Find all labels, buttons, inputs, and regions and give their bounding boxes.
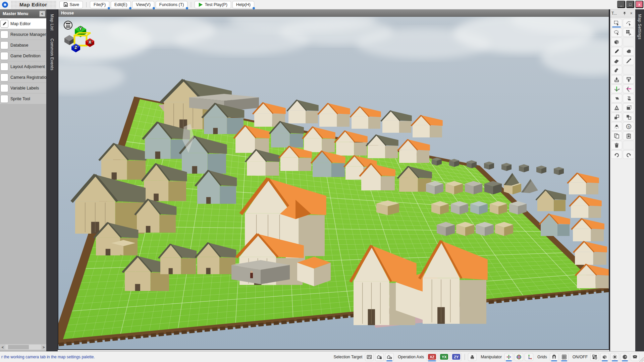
redo-tool[interactable]	[611, 150, 622, 159]
sidebar-item-variable-labels[interactable]: Variable Labels	[0, 83, 46, 93]
scrollbar-track[interactable]	[5, 345, 41, 350]
light-tool[interactable]	[611, 122, 622, 131]
effect-toggle-button[interactable]	[621, 353, 629, 361]
eraser-icon	[614, 58, 620, 64]
sidebar-item-sprite-tool[interactable]: Sprite Tool	[0, 94, 46, 104]
menu-button-3[interactable]: Functions (T)	[156, 1, 188, 8]
close-button[interactable]: x	[635, 1, 643, 8]
select-lasso-tool[interactable]	[611, 28, 622, 37]
selection-target-label: Selection Target	[333, 355, 362, 359]
ramp-tool[interactable]	[611, 103, 622, 112]
monster-toggle-button[interactable]	[631, 353, 639, 361]
squares-panel-icon	[592, 354, 597, 360]
vertical-tab-common-events[interactable]: Common Events	[50, 35, 54, 74]
eraser-tool[interactable]	[611, 56, 622, 65]
scene-3d-view[interactable]: YXZ	[58, 17, 609, 349]
eyedropper-tool[interactable]	[623, 56, 634, 65]
sidebar-item-map-editor[interactable]: Map Editor	[0, 18, 46, 29]
map-tab-house[interactable]: House	[58, 9, 609, 17]
resource-icon	[2, 32, 7, 37]
select-polyline-tool[interactable]	[623, 19, 634, 27]
select-rect-tool[interactable]	[611, 19, 622, 27]
panels-toggle-button[interactable]	[590, 353, 599, 361]
bring-front-tool[interactable]	[611, 113, 622, 121]
axis-button-zy[interactable]: ZY	[451, 353, 462, 361]
test-play-button[interactable]: Test Play(P)	[195, 1, 231, 8]
undo-tool[interactable]	[623, 150, 634, 159]
target-terrain-button[interactable]	[365, 353, 374, 361]
lighting-toggle-button[interactable]	[610, 353, 619, 361]
scale-manipulator-button[interactable]	[525, 353, 533, 361]
stamp-mode-button[interactable]	[468, 353, 477, 361]
collapse-sidebar-button[interactable]: <	[39, 11, 45, 17]
start-point-tool[interactable]: S	[623, 122, 634, 131]
delete-tool[interactable]	[611, 141, 622, 149]
grid-toggle-button[interactable]	[560, 353, 569, 361]
menu-button-1[interactable]: Edit(E)	[111, 1, 131, 8]
pin-icon[interactable]	[622, 11, 627, 16]
slab-stack-tool[interactable]	[623, 94, 634, 103]
save-button[interactable]: Save	[59, 1, 83, 8]
vertical-tab-map-list[interactable]: Map List	[50, 11, 54, 34]
snap-magnet-button[interactable]	[550, 353, 558, 361]
sidebar-item-camera-registration[interactable]: Camera Registration	[0, 72, 46, 82]
slab-tool[interactable]	[611, 94, 622, 103]
menu-button-0[interactable]: File(F)	[90, 1, 109, 8]
rotate-x-tool[interactable]	[623, 84, 634, 93]
s-coin-icon: S	[626, 124, 632, 129]
rotate-manipulator-button[interactable]	[515, 353, 523, 361]
scrollbar-thumb[interactable]	[8, 345, 29, 349]
spacer-3	[623, 141, 634, 149]
axis-button-xz[interactable]: XZ	[427, 353, 437, 361]
select-box-icon	[614, 39, 620, 45]
svg-text:S: S	[628, 124, 630, 128]
blank-icon	[626, 67, 632, 73]
monster-icon	[632, 354, 638, 360]
pen-tool[interactable]	[611, 47, 622, 56]
light-icon	[614, 124, 620, 129]
svg-text:Z: Z	[74, 45, 77, 50]
raise-terrain-tool[interactable]	[611, 75, 622, 84]
target-object-button[interactable]	[385, 353, 394, 361]
putty-tool[interactable]	[623, 47, 634, 56]
scroll-right-arrow[interactable]: >	[41, 345, 46, 349]
map-viewport[interactable]: House YXZ	[58, 9, 609, 350]
sidebar-item-database[interactable]: Database	[0, 40, 46, 50]
maximize-button[interactable]: □	[626, 1, 634, 8]
close-panel-button[interactable]: ×	[629, 11, 634, 16]
resize-grip[interactable]	[639, 357, 644, 362]
sparkle-circle-icon	[622, 354, 628, 360]
grid-icon	[561, 354, 567, 360]
send-back-tool[interactable]	[623, 113, 634, 121]
move-manipulator-button[interactable]	[504, 353, 513, 361]
select-box-tool[interactable]	[611, 38, 622, 46]
master-menu-header: Master Menu <	[0, 9, 46, 18]
sidebar-item-game-definition[interactable]: Game Definition	[0, 51, 46, 61]
sidebar-horizontal-scrollbar[interactable]: < >	[0, 344, 46, 350]
move-manip-icon	[506, 354, 512, 360]
tool-palette-title: T...	[611, 11, 621, 16]
sidebar-item-layout-adjustment[interactable]: Layout Adjustment	[0, 61, 46, 72]
vertical-tab-map-settings[interactable]: Map Settings	[637, 11, 642, 43]
viewport-menu-button[interactable]	[64, 21, 72, 29]
terrain-view-button[interactable]	[600, 353, 609, 361]
target-object-lock-button[interactable]	[375, 353, 384, 361]
axis-button-yx[interactable]: YX	[439, 353, 449, 361]
lower-terrain-tool[interactable]	[623, 75, 634, 84]
sidebar-item-resource-manager[interactable]: Resource Manager	[0, 29, 46, 40]
save-icon	[63, 2, 68, 7]
minimize-button[interactable]: _	[617, 1, 625, 8]
scroll-left-arrow[interactable]: <	[0, 345, 5, 349]
box-dashed-tool[interactable]	[623, 103, 634, 112]
shovel-tool[interactable]	[611, 66, 622, 74]
select-block-tool[interactable]	[623, 28, 634, 37]
rotate-y-tool[interactable]	[611, 84, 622, 93]
cube-view-icon	[602, 354, 607, 360]
app-gear-icon	[2, 2, 8, 8]
menu-button-2[interactable]: View(V)	[132, 1, 154, 8]
paste-tool[interactable]	[623, 131, 634, 140]
copy-tool[interactable]	[611, 131, 622, 140]
rotate-manip-icon	[516, 354, 522, 360]
stamp-dark-icon	[470, 354, 475, 360]
help-button[interactable]: Help(H)	[232, 1, 254, 8]
